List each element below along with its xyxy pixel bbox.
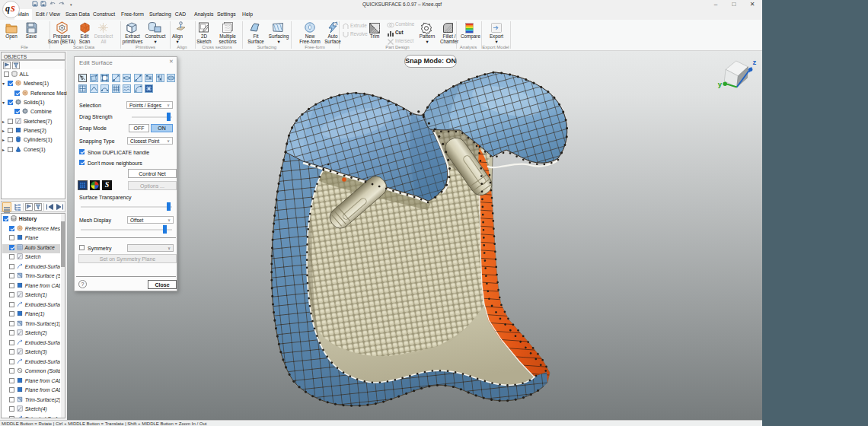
svg-text:y: y [718, 81, 723, 89]
svg-text:z: z [752, 58, 756, 66]
svg-text:A: A [336, 21, 339, 26]
